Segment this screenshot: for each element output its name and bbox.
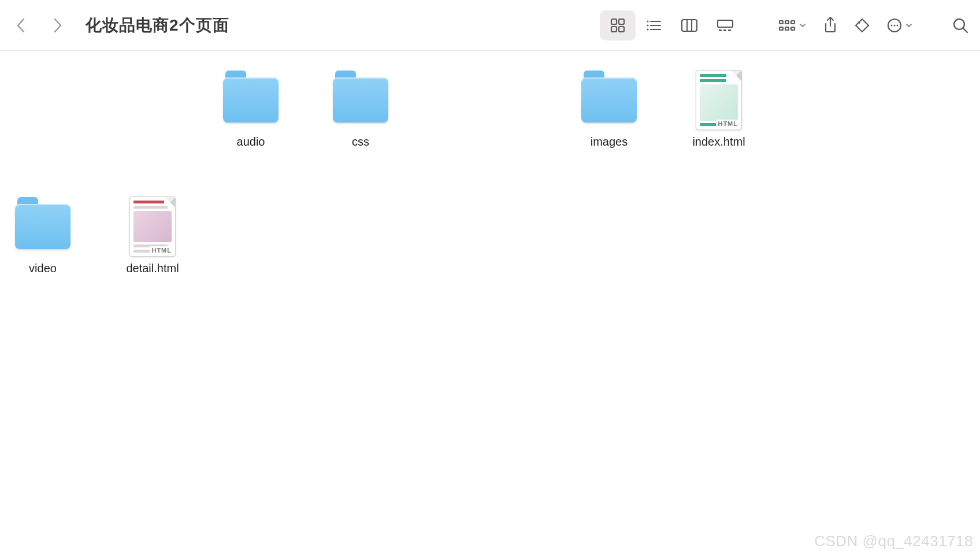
svg-point-23 (858, 21, 860, 24)
view-switcher (600, 10, 749, 40)
svg-rect-0 (611, 19, 617, 24)
ellipsis-circle-icon (886, 17, 903, 34)
item-label: images (591, 135, 628, 149)
svg-rect-18 (779, 27, 783, 30)
svg-point-4 (647, 20, 649, 22)
gallery-icon (716, 18, 734, 32)
svg-rect-16 (728, 29, 731, 31)
svg-line-29 (963, 28, 967, 32)
svg-rect-3 (619, 27, 624, 32)
tag-icon (854, 17, 870, 34)
list-icon (645, 17, 662, 34)
svg-rect-22 (791, 27, 795, 30)
svg-rect-1 (619, 19, 624, 24)
chevron-down-icon (799, 21, 807, 29)
more-actions-button[interactable] (886, 17, 913, 34)
svg-rect-10 (682, 20, 697, 31)
svg-rect-2 (611, 27, 617, 32)
nav-group (12, 16, 67, 35)
search-button[interactable] (952, 17, 968, 34)
item-label: audio (237, 135, 265, 149)
grid-icon (610, 17, 626, 34)
columns-icon (681, 18, 698, 32)
file-detail-html[interactable]: HTML detail.html (124, 195, 181, 275)
svg-rect-19 (785, 21, 789, 24)
file-index-html[interactable]: HTML index.html (690, 68, 748, 149)
item-label: video (29, 262, 57, 275)
svg-rect-20 (785, 27, 789, 30)
view-gallery-button[interactable] (707, 10, 743, 40)
svg-point-8 (647, 28, 649, 30)
folder-icon (14, 195, 72, 258)
html-file-icon: HTML (124, 195, 181, 258)
folder-icon (580, 68, 638, 132)
chevron-down-icon (905, 21, 913, 29)
svg-point-25 (891, 24, 893, 26)
folder-css[interactable]: css (332, 68, 389, 149)
chevron-left-icon (16, 17, 27, 34)
svg-point-26 (894, 24, 896, 26)
search-icon (952, 17, 968, 34)
svg-rect-15 (723, 29, 726, 31)
svg-rect-17 (779, 21, 783, 24)
html-file-icon: HTML (690, 68, 748, 132)
svg-point-6 (647, 24, 649, 26)
item-label: detail.html (126, 262, 179, 275)
group-by-button[interactable] (778, 18, 807, 32)
file-badge: HTML (716, 120, 740, 128)
svg-rect-13 (718, 20, 733, 27)
folder-images[interactable]: images (580, 68, 638, 149)
folder-icon (332, 68, 389, 132)
item-label: css (352, 135, 369, 149)
folder-icon (222, 68, 280, 132)
action-group (755, 17, 968, 34)
folder-video[interactable]: video (14, 195, 72, 275)
view-list-button[interactable] (636, 10, 671, 40)
watermark: CSDN @qq_42431718 (814, 532, 973, 550)
group-icon (778, 18, 796, 32)
folder-audio[interactable]: audio (222, 68, 280, 149)
view-icons-button[interactable] (600, 10, 636, 40)
tags-button[interactable] (854, 17, 870, 34)
item-label: index.html (692, 135, 745, 149)
file-grid: audio css images HTML index.ht (0, 51, 980, 556)
window-title: 化妆品电商2个页面 (86, 14, 229, 36)
view-columns-button[interactable] (671, 10, 707, 40)
toolbar: 化妆品电商2个页面 (0, 0, 980, 51)
chevron-right-icon (51, 17, 63, 34)
file-badge: HTML (150, 246, 173, 254)
back-button[interactable] (12, 16, 31, 35)
svg-rect-14 (719, 29, 722, 31)
share-icon (823, 17, 838, 34)
svg-rect-21 (791, 21, 795, 24)
forward-button[interactable] (47, 16, 67, 35)
svg-point-27 (897, 24, 899, 26)
share-button[interactable] (823, 17, 838, 34)
